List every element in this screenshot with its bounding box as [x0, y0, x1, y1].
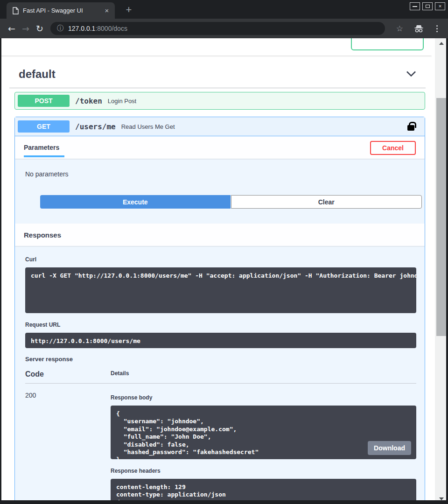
minimize-button[interactable] — [410, 2, 420, 10]
site-info-icon[interactable]: ⓘ — [57, 24, 63, 33]
responses-body: Curl curl -X GET "http://127.0.0.1:8000/… — [15, 246, 425, 504]
no-parameters-text: No parameters — [25, 170, 69, 178]
tab-parameters[interactable]: Parameters — [24, 141, 64, 159]
parameters-header: Parameters Cancel — [15, 136, 425, 159]
response-body-label: Response body — [111, 394, 416, 401]
forward-icon[interactable]: → — [19, 23, 33, 34]
method-badge-post: POST — [18, 95, 70, 107]
window-border-bottom — [0, 500, 448, 504]
window-controls: × — [410, 2, 445, 10]
window-border-right — [446, 38, 448, 504]
minimize-icon — [413, 6, 417, 7]
browser-menu-icon[interactable] — [434, 23, 440, 34]
url-path: :8000/docs — [95, 25, 127, 32]
lock-icon[interactable] — [407, 125, 414, 131]
endpoint-summary: Read Users Me Get — [121, 123, 407, 130]
download-button[interactable]: Download — [368, 441, 411, 455]
details-column-header: Details — [111, 370, 129, 378]
response-row-200: 200 Response body { "username": "johndoe… — [25, 384, 416, 504]
endpoint-path: /token — [75, 97, 102, 105]
browser-window: Fast API - Swagger UI × + × ← → ↻ ⓘ 127.… — [0, 0, 448, 504]
response-headers-label: Response headers — [111, 468, 416, 474]
back-icon[interactable]: ← — [5, 23, 19, 34]
swagger-page: default POST /token Login Post GET /user… — [0, 38, 432, 504]
endpoint-path: /users/me — [75, 122, 116, 131]
page-viewport: default POST /token Login Post GET /user… — [0, 38, 448, 504]
scheme-container — [0, 38, 432, 56]
curl-command[interactable]: curl -X GET "http://127.0.0.1:8000/users… — [25, 267, 416, 313]
response-details: Response body { "username": "johndoe", "… — [111, 392, 416, 504]
status-code: 200 — [25, 392, 111, 504]
chevron-down-icon[interactable] — [406, 71, 416, 77]
new-tab-button[interactable]: + — [122, 4, 135, 17]
responses-header: Responses — [15, 224, 425, 246]
active-tab-underline — [24, 155, 64, 157]
endpoint-summary: Login Post — [108, 98, 420, 105]
opblock-get-users-me: GET /users/me Read Users Me Get Paramete… — [14, 117, 425, 504]
code-column-header: Code — [25, 370, 111, 378]
execute-button-group: Execute Clear — [40, 195, 422, 209]
parameters-tab-label: Parameters — [24, 141, 59, 151]
cancel-button[interactable]: Cancel — [370, 141, 416, 155]
curl-label: Curl — [25, 256, 415, 263]
url-host: 127.0.0.1 — [68, 25, 95, 32]
incognito-icon — [413, 25, 424, 33]
execute-button[interactable]: Execute — [40, 195, 231, 209]
close-button[interactable]: × — [435, 2, 445, 10]
server-response-label: Server response — [25, 356, 415, 363]
clear-button[interactable]: Clear — [231, 195, 422, 209]
request-url-label: Request URL — [25, 322, 415, 328]
browser-toolbar: ← → ↻ ⓘ 127.0.0.1 :8000/docs ☆ — [0, 19, 448, 38]
tag-title: default — [19, 68, 56, 81]
request-url-value: http://127.0.0.1:8000/users/me — [25, 333, 416, 348]
scrollbar-thumb[interactable] — [436, 98, 447, 336]
window-border-left — [0, 38, 1, 504]
reload-icon[interactable]: ↻ — [33, 23, 47, 34]
tag-section-header[interactable]: default — [9, 67, 426, 88]
bookmark-star-icon[interactable]: ☆ — [396, 24, 403, 33]
tab-close-icon[interactable]: × — [103, 7, 111, 14]
authorize-button[interactable] — [351, 38, 424, 50]
response-table-header: Code Details — [25, 370, 416, 384]
opblock-header[interactable]: GET /users/me Read Users Me Get — [15, 117, 425, 136]
response-body-json: { "username": "johndoe", "email": "johnd… — [116, 410, 259, 459]
page-favicon-icon — [13, 7, 19, 14]
parameters-body: No parameters Execute Clear — [15, 159, 425, 209]
browser-tab[interactable]: Fast API - Swagger UI × — [7, 2, 115, 19]
responses-title: Responses — [24, 231, 61, 244]
maximize-button[interactable] — [422, 2, 433, 10]
address-bar[interactable]: ⓘ 127.0.0.1 :8000/docs — [50, 22, 385, 35]
opblock-post-token[interactable]: POST /token Login Post — [14, 92, 425, 110]
maximize-icon — [426, 5, 430, 8]
tab-title: Fast API - Swagger UI — [23, 7, 100, 14]
response-body-block: { "username": "johndoe", "email": "johnd… — [111, 406, 416, 459]
tab-strip: Fast API - Swagger UI × + × — [0, 0, 448, 19]
method-badge-get: GET — [18, 120, 70, 133]
